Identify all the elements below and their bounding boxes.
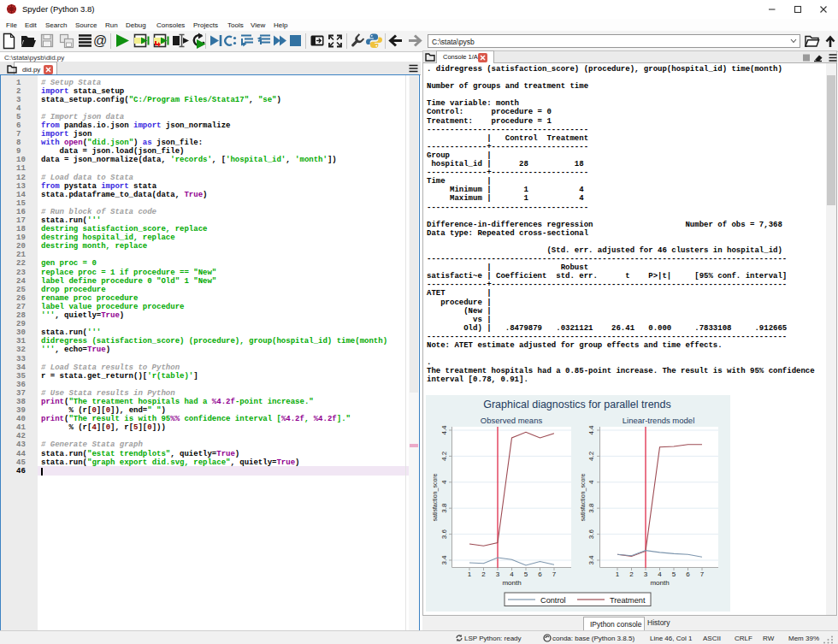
svg-text:3.8: 3.8 [587,503,595,513]
svg-text:3.4: 3.4 [440,555,448,565]
svg-text:4: 4 [510,570,514,578]
svg-text:month: month [502,579,521,587]
svg-text:4: 4 [440,480,448,484]
svg-text:5: 5 [672,570,676,578]
svg-text:3: 3 [496,570,500,578]
svg-text:6: 6 [538,570,542,578]
svg-text:2: 2 [629,570,634,578]
svg-text:4: 4 [587,480,595,484]
svg-text:satisfaction_score: satisfaction_score [432,473,439,521]
svg-text:Observed means: Observed means [481,416,543,425]
svg-text:2: 2 [481,570,486,578]
svg-text:7: 7 [552,570,557,578]
svg-text:3.8: 3.8 [440,503,448,513]
svg-text:3: 3 [644,570,648,578]
svg-text:1: 1 [468,570,472,578]
svg-text:Linear-trends model: Linear-trends model [623,416,695,425]
svg-text:satisfaction_score: satisfaction_score [580,473,587,521]
svg-text:Control: Control [540,596,566,605]
svg-text:Graphical diagnostics for para: Graphical diagnostics for parallel trend… [483,399,671,411]
svg-text:3.6: 3.6 [587,529,595,539]
svg-text:4.2: 4.2 [440,451,448,461]
svg-text:Treatment: Treatment [610,596,646,605]
svg-text:4.4: 4.4 [440,425,448,435]
svg-text:3.4: 3.4 [587,555,595,565]
svg-text:7: 7 [700,570,705,578]
svg-text:4.4: 4.4 [587,425,595,435]
svg-text:6: 6 [686,570,690,578]
svg-text:4.2: 4.2 [587,451,595,461]
svg-text:4: 4 [658,570,662,578]
svg-text:1: 1 [616,570,620,578]
svg-text:month: month [650,579,669,587]
svg-text:@: @ [93,33,107,48]
svg-text:3.6: 3.6 [440,529,448,539]
svg-text:5: 5 [524,570,528,578]
